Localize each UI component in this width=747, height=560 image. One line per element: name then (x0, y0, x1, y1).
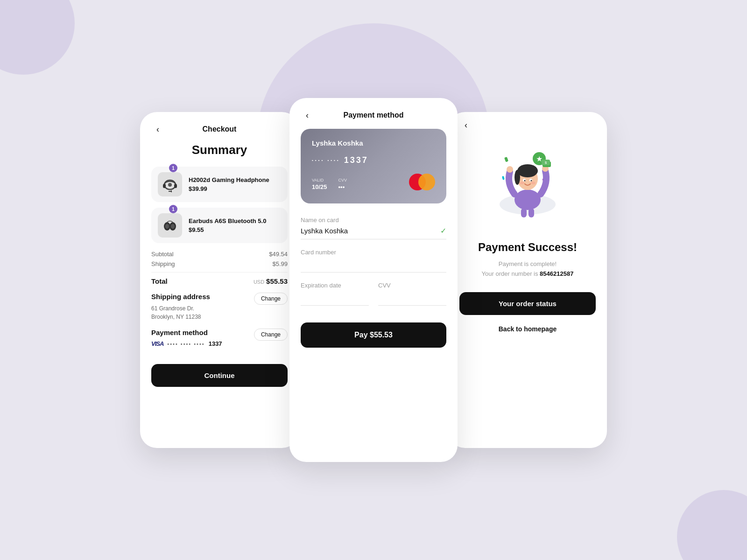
card-number-input[interactable] (301, 259, 446, 273)
address-line1: 61 Grandrose Dr. (151, 304, 210, 313)
address-line2: Brooklyn, NY 11238 (151, 313, 210, 321)
success-message-line2: Your order number is (482, 270, 538, 277)
expiry-label: Expiration date (301, 282, 369, 289)
svg-point-22 (517, 164, 538, 177)
cc-number: •••• •••• 1337 (312, 155, 435, 165)
earbuds-icon (161, 216, 179, 235)
cc-cvv-section: CVV ••• (338, 178, 347, 190)
payment-method-section: Payment method VISA •••• •••• •••• 1337 … (151, 329, 288, 347)
success-message-line1: Payment is complete! (499, 260, 557, 267)
payment-method-info: Payment method VISA •••• •••• •••• 1337 (151, 329, 222, 347)
svg-point-3 (168, 183, 172, 187)
cc-bottom: VALID 10/25 CVV ••• (312, 174, 435, 190)
product-info-2: Earbuds A6S Bluetooth 5.0 $9.55 (189, 217, 281, 233)
expiry-cvv-row: Expiration date CVV (301, 282, 446, 315)
svg-point-27 (531, 180, 532, 182)
payment-header: ‹ Payment method (301, 111, 446, 119)
order-number: 8546212587 (540, 270, 573, 277)
success-illustration: ★ (459, 134, 596, 228)
product-image-1 (158, 172, 182, 196)
shipping-value: $5.99 (272, 260, 288, 267)
change-address-button[interactable]: Change (254, 293, 288, 305)
product-item-1: 1 H2002d Gaming Headphone $39.99 (151, 167, 288, 202)
shipping-label: Shipping (151, 260, 175, 267)
name-on-card-value: Lyshka Koshka ✓ (301, 226, 446, 239)
success-screen: ‹ ★ (448, 112, 607, 448)
price-breakdown: Subtotal $49.54 Shipping $5.99 Total USD… (151, 251, 288, 285)
expiry-input[interactable] (301, 292, 369, 306)
cc-valid-label: VALID (312, 178, 327, 182)
shipping-row: Shipping $5.99 (151, 260, 288, 267)
celebration-person-svg: ★ (490, 139, 565, 223)
homepage-button[interactable]: Back to homepage (459, 322, 596, 336)
svg-rect-36 (529, 208, 534, 217)
svg-rect-1 (163, 184, 166, 188)
svg-point-29 (531, 182, 536, 184)
continue-button[interactable]: Continue (151, 364, 288, 387)
success-title: Payment Success! (459, 241, 596, 254)
check-icon: ✓ (440, 226, 446, 235)
cc-cvv-dots: ••• (338, 183, 347, 190)
expiry-group: Expiration date (301, 282, 369, 306)
product-price-1: $39.99 (189, 185, 281, 192)
pay-button[interactable]: Pay $55.53 (301, 322, 446, 348)
success-text: Payment is complete! Your order number i… (459, 259, 596, 279)
cc-valid-value: 10/25 (312, 183, 327, 190)
change-payment-button[interactable]: Change (254, 329, 288, 341)
payment-method-label: Payment method (151, 329, 222, 336)
svg-point-26 (524, 180, 526, 182)
card-number-label: Card number (301, 249, 446, 256)
svg-text:★: ★ (536, 155, 543, 163)
summary-title: Summary (151, 143, 288, 157)
svg-point-19 (514, 189, 541, 210)
cvv-label: CVV (378, 282, 446, 289)
mc-orange-circle (418, 174, 435, 190)
total-currency: USD (254, 279, 264, 285)
visa-logo: VISA (151, 340, 163, 347)
svg-point-8 (165, 224, 169, 229)
svg-text:$: $ (545, 161, 547, 165)
headphone-icon (160, 175, 180, 194)
total-label: Total (151, 277, 168, 285)
product-badge-2: 1 (169, 205, 177, 213)
svg-rect-16 (502, 176, 505, 180)
product-image-2 (158, 213, 182, 238)
cc-dots-1: •••• •••• (312, 158, 340, 162)
subtotal-value: $49.54 (269, 251, 288, 258)
cvv-group: CVV (378, 282, 446, 306)
cc-last4: 1337 (344, 155, 368, 165)
total-value: USD$55.53 (254, 277, 288, 285)
svg-rect-35 (521, 208, 527, 217)
order-status-button[interactable]: Your order status (459, 292, 596, 315)
payment-back-button[interactable]: ‹ (301, 109, 314, 122)
subtotal-label: Subtotal (151, 251, 174, 258)
checkout-header: ‹ Checkout (151, 125, 288, 133)
cc-cardholder: Lyshka Koshka (312, 139, 435, 147)
checkout-title: Checkout (203, 125, 237, 133)
product-item-2: 1 Earbuds A6S Bluetooth 5.0 $9.55 (151, 208, 288, 243)
cc-valid-section: VALID 10/25 (312, 178, 327, 190)
svg-rect-2 (174, 184, 177, 188)
product-price-2: $9.55 (189, 226, 281, 233)
checkout-back-button[interactable]: ‹ (151, 123, 164, 136)
screens-container: ‹ Checkout Summary 1 H2002d Gaming Headp… (47, 98, 700, 462)
svg-point-9 (171, 224, 175, 229)
product-badge-1: 1 (169, 164, 177, 172)
name-on-card-group: Name on card Lyshka Koshka ✓ (301, 217, 446, 239)
payment-method-screen: ‹ Payment method Lyshka Koshka •••• ••••… (289, 98, 458, 462)
payment-title: Payment method (344, 111, 404, 119)
product-name-1: H2002d Gaming Headphone (189, 176, 281, 183)
success-back-button[interactable]: ‹ (459, 119, 472, 132)
bg-blob-bottom-right (677, 490, 747, 560)
card-last4: 1337 (209, 340, 222, 347)
cvv-input[interactable] (378, 292, 446, 306)
product-info-1: H2002d Gaming Headphone $39.99 (189, 176, 281, 192)
card-dots: •••• •••• •••• (167, 341, 204, 347)
shipping-address-section: Shipping address 61 Grandrose Dr. Brookl… (151, 293, 288, 321)
svg-point-30 (507, 166, 513, 173)
payment-method-row: VISA •••• •••• •••• 1337 (151, 340, 222, 347)
product-name-2: Earbuds A6S Bluetooth 5.0 (189, 217, 281, 224)
cc-cvv-label: CVV (338, 178, 347, 182)
mastercard-logo (409, 174, 435, 190)
svg-point-28 (520, 182, 524, 184)
